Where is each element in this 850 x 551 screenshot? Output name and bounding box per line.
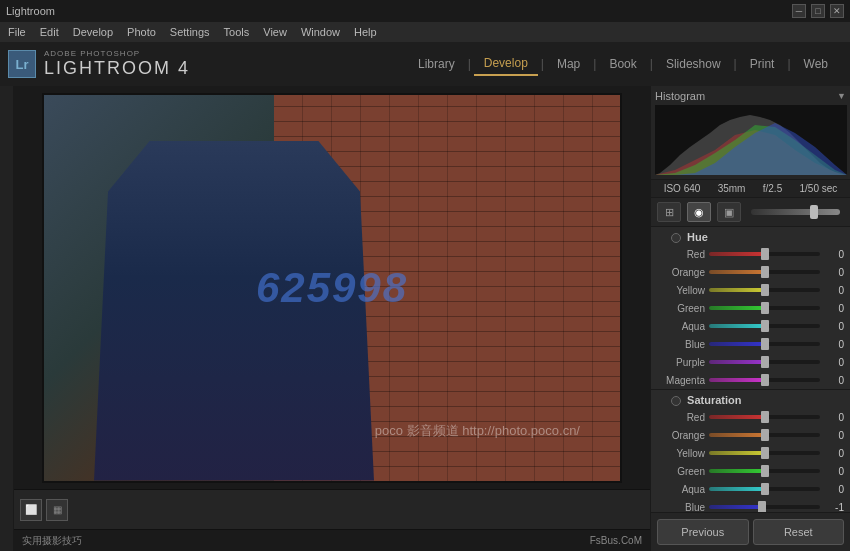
close-button[interactable]: ✕: [830, 4, 844, 18]
histogram-svg: [655, 105, 847, 175]
menu-file[interactable]: File: [8, 26, 26, 38]
status-left: 实用摄影技巧: [22, 534, 82, 548]
photo-container: 625998 poco 影音频道 http://photo.poco.cn/: [14, 86, 650, 489]
filmstrip-grid-icon[interactable]: ▦: [46, 499, 68, 521]
titlebar: Lightroom ─ □ ✕: [0, 0, 850, 22]
histogram-canvas: [655, 105, 847, 175]
previous-button[interactable]: Previous: [657, 519, 749, 545]
circle-tool-icon[interactable]: ◉: [687, 202, 711, 222]
menu-view[interactable]: View: [263, 26, 287, 38]
hsl-row-green: Green0: [651, 299, 850, 317]
person-silhouette: [94, 141, 374, 481]
status-right: FsBus.CoM: [590, 535, 642, 546]
hsl-row-aqua: Aqua0: [651, 480, 850, 498]
bottom-buttons: Previous Reset: [651, 512, 850, 551]
hsl-row-blue: Blue-1: [651, 498, 850, 512]
module-develop[interactable]: Develop: [474, 52, 538, 76]
hsl-row-red: Red0: [651, 408, 850, 426]
saturation-section-title: Saturation: [651, 390, 850, 408]
menubar: File Edit Develop Photo Settings Tools V…: [0, 22, 850, 42]
tool-icons-row: ⊞ ◉ ▣: [651, 198, 850, 227]
panel-scroll[interactable]: Hue Red0Orange0Yellow0Green0Aqua0Blue0Pu…: [651, 227, 850, 512]
module-book[interactable]: Book: [599, 53, 646, 75]
menu-edit[interactable]: Edit: [40, 26, 59, 38]
module-slideshow[interactable]: Slideshow: [656, 53, 731, 75]
focal-value: 35mm: [718, 183, 746, 194]
histogram-title: Histogram: [655, 90, 705, 102]
hsl-row-purple: Purple0: [651, 353, 850, 371]
shutter-value: 1/50 sec: [800, 183, 838, 194]
hue-section: Hue Red0Orange0Yellow0Green0Aqua0Blue0Pu…: [651, 227, 850, 390]
menu-tools[interactable]: Tools: [224, 26, 250, 38]
hue-rows: Red0Orange0Yellow0Green0Aqua0Blue0Purple…: [651, 245, 850, 389]
adjust-tool-icon[interactable]: ▣: [717, 202, 741, 222]
histogram-header: Histogram ▼: [655, 90, 846, 102]
filmstrip-view-icon[interactable]: ⬜: [20, 499, 42, 521]
grid-tool-icon[interactable]: ⊞: [657, 202, 681, 222]
hue-section-title: Hue: [651, 227, 850, 245]
hsl-row-magenta: Magenta0: [651, 371, 850, 389]
menu-window[interactable]: Window: [301, 26, 340, 38]
hsl-row-green: Green0: [651, 462, 850, 480]
left-panel-strip: [0, 86, 14, 551]
aperture-value: f/2.5: [763, 183, 782, 194]
module-nav: Library | Develop | Map | Book | Slidesh…: [408, 52, 838, 76]
minimize-button[interactable]: ─: [792, 4, 806, 18]
module-library[interactable]: Library: [408, 53, 465, 75]
menu-settings[interactable]: Settings: [170, 26, 210, 38]
hsl-row-orange: Orange0: [651, 263, 850, 281]
module-print[interactable]: Print: [740, 53, 785, 75]
reset-button[interactable]: Reset: [753, 519, 845, 545]
app-title: Lightroom: [6, 5, 55, 17]
statusbar: 实用摄影技巧 FsBus.CoM: [14, 529, 650, 551]
logo-section: Lr ADOBE PHOTOSHOP LIGHTROOM 4: [8, 49, 190, 79]
hsl-row-yellow: Yellow0: [651, 444, 850, 462]
saturation-section: Saturation Red0Orange0Yellow0Green0Aqua0…: [651, 390, 850, 512]
maximize-button[interactable]: □: [811, 4, 825, 18]
menu-develop[interactable]: Develop: [73, 26, 113, 38]
app-name: LIGHTROOM 4: [44, 58, 190, 79]
module-web[interactable]: Web: [794, 53, 838, 75]
photo-frame[interactable]: 625998 poco 影音频道 http://photo.poco.cn/: [42, 93, 622, 483]
menu-help[interactable]: Help: [354, 26, 377, 38]
hsl-row-blue: Blue0: [651, 335, 850, 353]
hsl-row-aqua: Aqua0: [651, 317, 850, 335]
topbar: Lr ADOBE PHOTOSHOP LIGHTROOM 4 Library |…: [0, 42, 850, 86]
filmstrip: ⬜ ▦: [14, 489, 650, 529]
hsl-row-orange: Orange0: [651, 426, 850, 444]
saturation-rows: Red0Orange0Yellow0Green0Aqua0Blue-1Purpl…: [651, 408, 850, 512]
menu-photo[interactable]: Photo: [127, 26, 156, 38]
lr-badge: Lr: [8, 50, 36, 78]
main-content: 625998 poco 影音频道 http://photo.poco.cn/ ⬜…: [0, 86, 850, 551]
hsl-row-yellow: Yellow0: [651, 281, 850, 299]
logo-text: ADOBE PHOTOSHOP LIGHTROOM 4: [44, 49, 190, 79]
histogram-dropdown-icon[interactable]: ▼: [837, 91, 846, 101]
photo-area: 625998 poco 影音频道 http://photo.poco.cn/ ⬜…: [14, 86, 650, 551]
adobe-label: ADOBE PHOTOSHOP: [44, 49, 190, 58]
module-map[interactable]: Map: [547, 53, 590, 75]
iso-value: ISO 640: [664, 183, 701, 194]
photo-info-bar: ISO 640 35mm f/2.5 1/50 sec: [651, 180, 850, 198]
hsl-row-red: Red0: [651, 245, 850, 263]
hsl-slider-bar[interactable]: [751, 209, 840, 215]
right-panel: Histogram ▼ ISO 640 35mm f/2.5: [650, 86, 850, 551]
window-controls: ─ □ ✕: [792, 4, 844, 18]
histogram-section: Histogram ▼: [651, 86, 850, 180]
hsl-slider-handle[interactable]: [810, 205, 818, 219]
